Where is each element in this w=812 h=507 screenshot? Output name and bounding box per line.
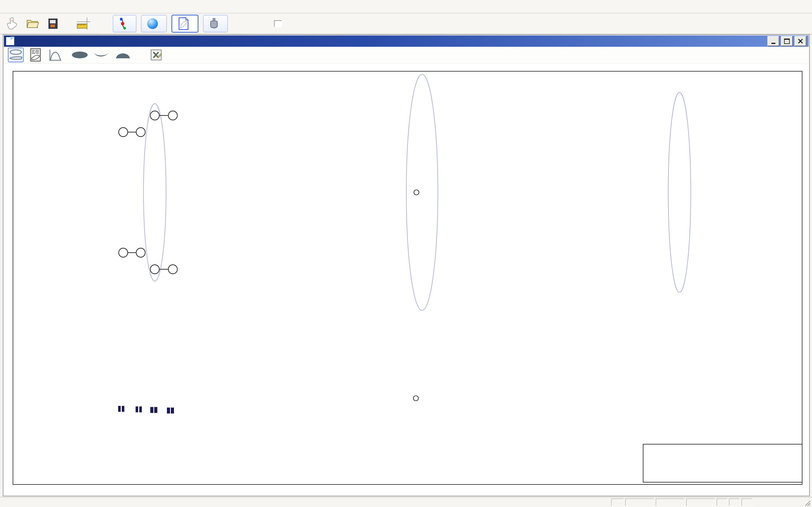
fin-plug-side-marks	[118, 406, 174, 413]
stringer-note-marker	[413, 396, 418, 401]
board-info-box	[643, 444, 802, 483]
center-point-marker[interactable]	[414, 190, 419, 195]
slice-guide-ellipse	[668, 93, 691, 292]
fin-plug-handle[interactable]	[168, 265, 177, 274]
fin-plug-handle[interactable]	[119, 128, 128, 136]
slice-guide-ellipse	[406, 74, 438, 311]
vconc-measurement-row	[0, 0, 812, 7]
fin-plug-handle[interactable]	[168, 111, 177, 120]
fin-plug-handle[interactable]	[150, 111, 159, 120]
fin-plug-handle[interactable]	[136, 128, 145, 136]
fin-plug-handle[interactable]	[150, 265, 159, 274]
fin-plug-handle[interactable]	[119, 248, 128, 257]
plug-front-annotation	[179, 112, 190, 152]
fin-plug-handle[interactable]	[136, 248, 145, 257]
plug-rail-annotation	[147, 127, 158, 168]
app-root: ×	[0, 0, 812, 507]
board-drawing	[0, 0, 812, 507]
